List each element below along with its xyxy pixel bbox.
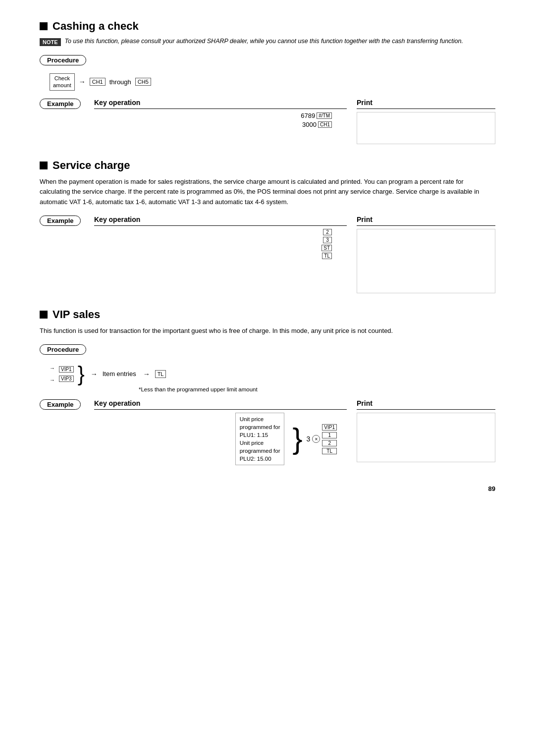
example-label-vip: Example [40, 399, 81, 410]
sc-key-3: 3 [323, 237, 332, 243]
key-operation-header-sc: Key operation [94, 216, 347, 226]
vip1-key: VIP1 [59, 366, 74, 373]
key-st: ST [321, 245, 332, 251]
note-text: To use this function, please consult you… [65, 38, 463, 45]
print-box-sc [357, 229, 495, 293]
through-text: through [109, 78, 131, 86]
key-operation-header-vip: Key operation [94, 399, 347, 410]
vip-right-key-col: VIP1 1 2 TL [322, 424, 337, 454]
arrow-vip1: → [50, 365, 55, 371]
vip-keys-col: VIP1 VIP3 [59, 366, 74, 382]
vip-note: *Less than the programmed upper limit am… [139, 386, 495, 392]
vip-right-keys: 3 × VIP1 1 2 TL [307, 424, 337, 454]
vip-sales-section: VIP sales This function is used for tran… [40, 308, 495, 465]
service-charge-section: Service charge When the payment operatio… [40, 159, 495, 293]
vip-procedure-diagram: → → → VIP1 VIP3 } → Item entries → TL [50, 364, 495, 384]
print-header-sc: Print [357, 216, 495, 226]
key-3: 3 [323, 237, 332, 243]
vip-sales-body: This function is used for transaction fo… [40, 326, 495, 336]
tl-key2: TL [322, 448, 337, 454]
print-header-vip: Print [357, 399, 495, 410]
key-2b: 2 [322, 440, 337, 446]
cashing-example-area: Example Key operation 6789 #/TM 3000 CH1… [40, 99, 495, 144]
item-entries-text: Item entries [103, 370, 136, 378]
vip-bracket-icon: } [292, 424, 302, 454]
key-op-row-2: 3000 CH1 [302, 121, 332, 128]
vip-sales-title: VIP sales [40, 308, 495, 321]
sc-key-st: ST [321, 245, 332, 251]
circle-x-icon: × [312, 435, 320, 443]
black-square-icon [40, 22, 48, 30]
procedure-label-vip: Procedure [40, 344, 495, 359]
print-header-cashing: Print [357, 99, 495, 109]
print-box-vip [357, 413, 495, 462]
vip1-key2: VIP1 [322, 424, 337, 431]
black-square-icon-3 [40, 311, 48, 319]
key-2: 2 [323, 229, 332, 235]
arrow-vip3: → [50, 377, 55, 383]
key-tl: TL [322, 253, 332, 259]
arrow-tl: → [143, 370, 150, 378]
tl-key-vip: TL [155, 370, 166, 378]
sc-key-2: 2 [323, 229, 332, 235]
example-label-cashing: Example [40, 99, 81, 109]
print-box-cashing [357, 112, 495, 144]
arrow-icon: → [79, 78, 86, 86]
black-square-icon-2 [40, 162, 48, 169]
page-number: 89 [40, 485, 495, 492]
example-label-sc: Example [40, 216, 81, 226]
service-charge-example-area: Example Key operation 2 3 ST TL Print [40, 216, 495, 293]
key-op-row-1: 6789 #/TM [301, 112, 332, 119]
service-charge-title: Service charge [40, 159, 495, 172]
sc-key-tl: TL [322, 253, 332, 259]
cashing-procedure-diagram: Check amount → CH1 through CH5 [50, 73, 495, 91]
vip-example-area: Example Key operation Unit price program… [40, 399, 495, 466]
key-1: 1 [322, 432, 337, 438]
vip-description-box: Unit price programmed for PLU1: 1.15 Uni… [235, 413, 285, 466]
key-operation-header-cashing: Key operation [94, 99, 347, 109]
brace-icon: } [78, 364, 85, 384]
ch1-op-key: CH1 [318, 121, 332, 128]
sc-key-ops: 2 3 ST TL [94, 229, 347, 259]
cashing-key-ops: 6789 #/TM 3000 CH1 [94, 112, 347, 128]
arrow-item-entries: → [91, 370, 98, 378]
vip-brace: → → → [50, 365, 55, 383]
htm-key: #/TM [317, 112, 332, 119]
vip-key-ops-row: Unit price programmed for PLU1: 1.15 Uni… [94, 413, 347, 466]
note-box: NOTE To use this function, please consul… [40, 38, 495, 46]
note-label: NOTE [40, 38, 61, 46]
service-charge-body: When the payment operation is made for s… [40, 177, 495, 208]
vip-row-3: 3 × VIP1 1 2 TL [307, 424, 337, 454]
check-amount-box: Check amount [50, 73, 75, 91]
procedure-label-cashing: Procedure [40, 55, 495, 69]
cashing-check-title: Cashing a check [40, 20, 495, 33]
cashing-a-check-section: Cashing a check NOTE To use this functio… [40, 20, 495, 144]
vip3-key: VIP3 [59, 376, 74, 382]
ch1-key: CH1 [90, 78, 106, 86]
ch5-key: CH5 [135, 78, 151, 86]
